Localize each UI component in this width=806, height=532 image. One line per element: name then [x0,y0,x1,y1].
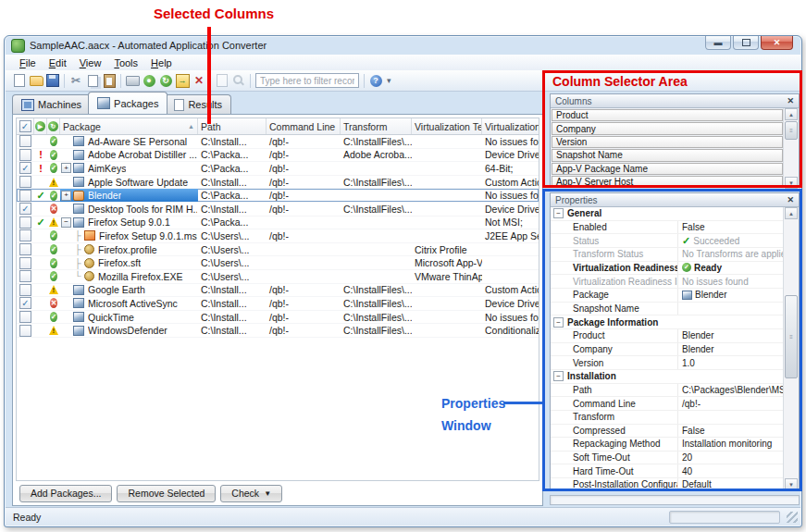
column-item[interactable]: App-V Server Host [552,176,783,188]
property-row[interactable]: Repackaging MethodInstallation monitorin… [551,438,784,452]
table-row[interactable]: ✓✕Desktop Tools for RIM H...C:\Install..… [17,203,539,217]
package-name-cell[interactable]: Apple Software Update [60,176,198,189]
row-checkbox[interactable] [19,176,31,188]
properties-scrollbar[interactable]: ▲ ≡ ▼ [783,207,799,490]
table-row[interactable]: ✓−Firefox Setup 9.0.1C:\Packa...Not MSI; [17,217,539,230]
property-row[interactable]: Virtualization Readiness✓Ready [551,262,784,276]
tab-machines[interactable]: Machines [12,94,91,114]
column-item[interactable]: App-V Package Name [552,163,783,175]
row-checkbox[interactable] [19,243,31,255]
toolbar-overflow-icon[interactable]: ▾ [384,76,394,85]
scroll-up-icon[interactable]: ▲ [785,207,798,219]
properties-panel-header[interactable]: Properties ✕ [551,193,799,207]
row-checkbox[interactable] [19,135,31,147]
columns-scrollbar[interactable]: ▲ ≡ ▼ [783,108,799,189]
close-icon[interactable]: ✕ [787,195,794,204]
paste-icon[interactable] [101,72,118,89]
scroll-down-icon[interactable]: ▼ [785,177,798,189]
find-icon[interactable] [230,72,247,89]
add-packages-button[interactable]: Add Packages... [19,485,112,502]
package-name-cell[interactable]: ├Firefox Setup 9.0.1.msi [60,229,198,242]
package-name-cell[interactable]: WindowsDefender [60,324,198,337]
property-row[interactable]: Transform [551,411,784,425]
package-name-cell[interactable]: Google Earth [60,284,198,297]
row-checkbox[interactable] [19,217,31,229]
property-row[interactable]: Virtualization Readiness IssuesNo issues… [551,275,784,289]
table-row[interactable]: ✓├Firefox.sftC:\Users\...Microsoft App-V [17,256,539,270]
table-row[interactable]: ✓!✓+AimKeysC:\Packa.../qb!-64-Bit; [17,162,539,176]
package-name-cell[interactable]: −Firefox Setup 9.0.1 [60,217,198,229]
close-button[interactable]: ✕ [761,36,793,50]
row-checkbox[interactable] [19,229,31,241]
package-name-cell[interactable]: Ad-Aware SE Personal [60,135,198,148]
row-checkbox[interactable]: ✓ [19,162,31,174]
table-row[interactable]: ✓├Firefox.profileC:\Users\...Citrix Prof… [17,243,539,257]
help-icon[interactable]: ? [367,72,384,89]
package-name-cell[interactable]: ├Firefox.sft [60,256,198,269]
new-document-icon[interactable] [11,72,28,89]
property-row[interactable]: CompressedFalse [551,425,784,439]
table-row[interactable]: ✓✓+BlenderC:\Packa.../qb!-No issues foun… [17,189,539,203]
row-checkbox[interactable] [19,190,31,202]
property-row[interactable]: Hard Time-Out40 [551,464,784,478]
row-checkbox[interactable] [19,149,31,161]
table-row[interactable]: Apple Software UpdateC:\Install.../qb!-C… [17,176,539,190]
tab-results[interactable]: Results [165,94,231,114]
run-icon[interactable]: → [174,72,191,89]
menu-tools[interactable]: Tools [107,56,144,69]
package-name-cell[interactable]: Microsoft ActiveSync [60,297,198,310]
tab-packages[interactable]: Packages [88,92,167,114]
table-row[interactable]: ✓├Firefox Setup 9.0.1.msiC:\Users\.../qb… [17,229,539,243]
property-section[interactable]: −Installation [551,370,784,384]
column-item[interactable]: Version [552,136,783,148]
property-section[interactable]: −Package Information [551,315,784,329]
save-icon[interactable] [44,72,61,89]
open-icon[interactable] [28,72,44,89]
property-section[interactable]: −General [551,207,784,221]
package-name-cell[interactable]: +Blender [60,189,198,202]
property-row[interactable]: Status✓Succeeded [551,234,784,248]
filter-input[interactable] [255,73,359,88]
table-row[interactable]: ✓Ad-Aware SE PersonalC:\Install.../qb!-C… [17,135,539,149]
scrollbar-thumb[interactable]: ≡ [785,295,798,378]
close-icon[interactable]: ✕ [787,96,794,105]
table-row[interactable]: ✓└Mozilla Firefox.EXEC:\Users\...VMware … [17,270,539,284]
property-row[interactable]: PackageBlender [551,289,784,303]
property-row[interactable]: Version1.0 [551,356,784,370]
property-row[interactable]: EnabledFalse [551,221,784,235]
print-icon[interactable] [124,72,141,89]
header-virtualization-readiness[interactable]: Virtualization Readi... [482,118,539,134]
minimize-button[interactable]: ▬ [705,36,731,50]
package-name-cell[interactable]: +AimKeys [60,162,198,175]
menu-file[interactable]: File [13,56,43,69]
package-name-cell[interactable]: Adobe Acrobat Distiller ... [60,149,198,162]
menu-edit[interactable]: Edit [43,56,73,69]
scrollbar-thumb[interactable]: ≡ [785,121,798,140]
header-transform[interactable]: Transform [341,118,412,134]
columns-panel-header[interactable]: Columns ✕ [551,94,799,108]
row-checkbox[interactable] [19,311,31,323]
property-row[interactable]: Snapshot Name [551,303,784,316]
property-row[interactable]: ProductBlender [551,329,784,343]
column-item[interactable]: Product [552,109,783,121]
table-row[interactable]: ✓QuickTimeC:\Install.../qb!-C:\InstallFi… [17,311,539,325]
property-row[interactable]: Post-Installation ConfigurationDefault [551,478,784,490]
header-readiness-icon[interactable]: ↻ [47,118,60,134]
package-name-cell[interactable]: QuickTime [60,311,198,324]
header-command-line[interactable]: Command Line [267,118,341,134]
property-row[interactable]: CompanyBlender [551,343,784,357]
report-icon[interactable] [214,72,230,89]
row-checkbox[interactable] [19,284,31,296]
header-select-all[interactable]: ✓ [17,118,34,134]
column-item[interactable]: Company [552,122,783,134]
menu-view[interactable]: View [73,56,108,69]
collapse-icon[interactable]: − [553,317,564,328]
property-row[interactable]: Command Line/qb!- [551,397,784,411]
property-row[interactable]: Soft Time-Out20 [551,452,784,465]
row-checkbox[interactable]: ✓ [19,203,31,215]
cut-icon[interactable]: ✂ [68,72,84,89]
package-name-cell[interactable]: ├Firefox.profile [60,243,198,256]
collapse-icon[interactable]: − [553,208,564,218]
header-virtualization-technology[interactable]: Virtualization Technolo... [412,118,482,134]
check-button[interactable]: Check ▼ [220,485,282,502]
